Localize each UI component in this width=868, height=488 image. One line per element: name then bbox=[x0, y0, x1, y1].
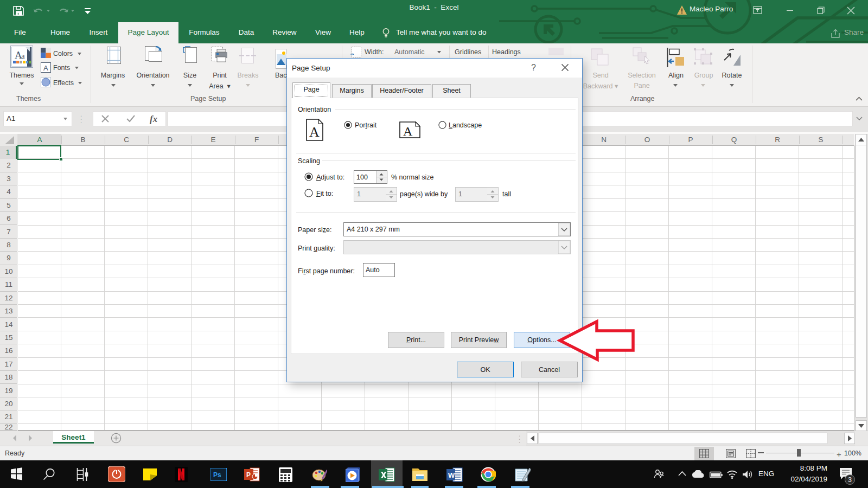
svg-text:a: a bbox=[21, 52, 25, 60]
svg-text:Ps: Ps bbox=[213, 471, 221, 479]
svg-text:A: A bbox=[43, 64, 48, 72]
svg-text:W: W bbox=[448, 471, 455, 479]
svg-text:?: ? bbox=[531, 63, 536, 72]
svg-text:A: A bbox=[403, 124, 413, 138]
svg-text:P: P bbox=[246, 471, 251, 479]
svg-text:fx: fx bbox=[150, 114, 158, 124]
svg-text:A: A bbox=[309, 124, 320, 140]
